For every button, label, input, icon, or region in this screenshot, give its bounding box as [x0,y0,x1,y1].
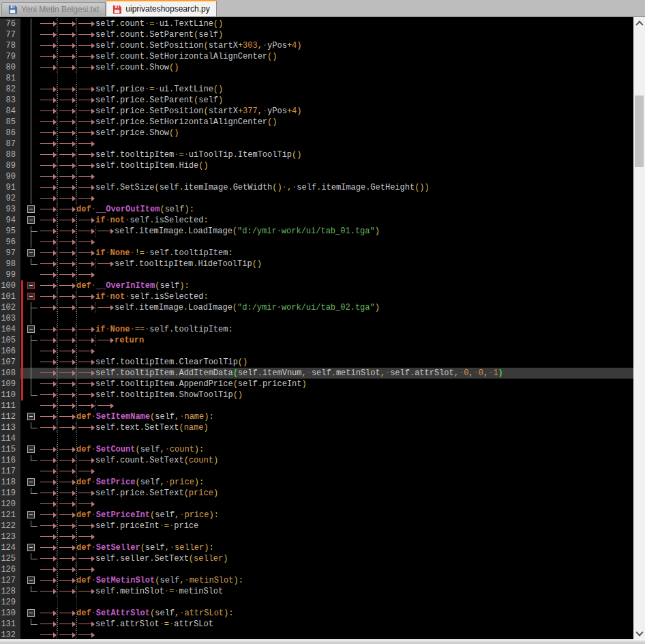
scrollbar-thumb[interactable] [635,96,644,167]
fold-margin-cell[interactable] [25,411,38,422]
code-line[interactable]: 106 [0,346,633,357]
code-line[interactable]: 87 [0,138,633,149]
code-area[interactable]: 76self.count·=·ui.TextLine()77self.count… [0,17,633,639]
code-line-text[interactable]: if·not·self.isSelected: [38,291,633,302]
scroll-down-button[interactable] [633,628,645,639]
code-line[interactable]: 110self.tooltipItem.ShowToolTip() [0,390,633,400]
code-line[interactable]: 111 [0,400,633,411]
code-line[interactable]: 102self.itemImage.LoadImage("d:/ymir·wor… [0,302,633,313]
code-line-text[interactable]: self.count·=·ui.TextLine() [38,18,633,29]
code-line[interactable]: 97if·None·!=·self.tooltipItem: [0,248,633,259]
code-line[interactable]: 118def·SetPrice(self,·price): [0,477,633,488]
code-line-text[interactable]: return [38,335,633,346]
code-line[interactable]: 76self.count·=·ui.TextLine() [0,18,633,29]
code-line-text[interactable]: self.priceInt·=·price [38,521,633,531]
code-line[interactable]: 101if·not·self.isSelected: [0,291,633,302]
code-line-text[interactable]: self.price.SetPosition(startX+377,·yPos+… [38,106,633,117]
fold-margin-cell[interactable] [25,248,38,259]
code-line-text[interactable]: self.seller.SetText(seller) [38,553,633,564]
fold-margin-cell[interactable] [25,575,38,586]
code-line[interactable]: 84self.price.SetPosition(startX+377,·yPo… [0,106,633,117]
code-line-text[interactable]: def·SetCount(self,·count): [38,444,633,455]
code-line-text[interactable]: self.itemImage.LoadImage("d:/ymir·work/u… [38,302,633,313]
code-line[interactable]: 126 [0,564,633,575]
code-line-text[interactable]: self.tooltipItem.Hide() [38,160,633,171]
code-line-text[interactable] [38,346,633,357]
code-line-text[interactable]: def·SetAttrSlot(self,·attrSLot): [38,608,633,619]
code-line[interactable]: 105return [0,335,633,346]
code-line-text[interactable]: self.tooltipItem.HideToolTip() [38,259,633,269]
code-line[interactable]: 129 [0,597,633,608]
code-line-text[interactable]: if·None·==·self.tooltipItem: [38,324,633,335]
code-line-text[interactable] [38,138,633,149]
fold-margin-cell[interactable] [25,444,38,455]
fold-margin-cell[interactable] [25,510,38,521]
code-line[interactable]: 80self.count.Show() [0,62,633,73]
code-line[interactable]: 95self.itemImage.LoadImage("d:/ymir·work… [0,226,633,237]
code-line[interactable]: 108self.tooltipItem.AddItemData(self.ite… [0,368,633,379]
code-line-text[interactable]: self.price·=·ui.TextLine() [38,84,633,95]
code-line[interactable]: 89self.tooltipItem.Hide() [0,160,633,171]
code-line-text[interactable] [38,630,633,639]
fold-collapse-box-icon[interactable] [27,293,35,300]
code-line[interactable]: 113self.text.SetText(name) [0,422,633,433]
code-line[interactable]: 115def·SetCount(self,·count): [0,444,633,455]
code-line[interactable]: 96 [0,237,633,248]
code-line-text[interactable] [38,499,633,510]
code-line-text[interactable] [38,433,633,444]
code-line-text[interactable]: self.tooltipItem.ClearToolTip() [38,357,633,368]
code-line-text[interactable] [38,269,633,280]
code-line[interactable]: 93def·__OverOutItem(self): [0,204,633,215]
code-line[interactable]: 114 [0,433,633,444]
code-line[interactable]: 78self.count.SetPosition(startX+303,·yPo… [0,40,633,51]
code-line-text[interactable]: self.count.SetHorizontalAlignCenter() [38,51,633,62]
code-line-text[interactable] [38,171,633,182]
code-line-text[interactable]: self.price.SetParent(self) [38,95,633,106]
code-line-text[interactable]: def·SetPriceInt(self,·price): [38,510,633,521]
code-line[interactable]: 112def·SetItemName(self,·name): [0,411,633,422]
code-line[interactable]: 121def·SetPriceInt(self,·price): [0,510,633,521]
fold-margin-cell[interactable] [25,204,38,215]
fold-collapse-box-icon[interactable] [27,216,35,224]
code-line-text[interactable]: self.price.SetText(price) [38,488,633,499]
code-line[interactable]: 81 [0,73,633,84]
code-line[interactable]: 98self.tooltipItem.HideToolTip() [0,259,633,269]
fold-collapse-box-icon[interactable] [27,205,35,213]
code-line[interactable]: 117 [0,466,633,477]
code-line-text[interactable]: def·SetItemName(self,·name): [38,411,633,422]
code-line[interactable]: 85self.price.SetHorizontalAlignCenter() [0,117,633,128]
code-line-text[interactable]: self.count.SetPosition(startX+303,·yPos+… [38,40,633,51]
fold-collapse-box-icon[interactable] [27,478,35,486]
fold-margin-cell[interactable] [25,324,38,335]
code-line[interactable]: 86self.price.Show() [0,128,633,138]
tab-yeni-metin-belgesi[interactable]: Yeni Metin Belgesi.txt [1,2,106,16]
code-line[interactable]: 100def·__OverInItem(self): [0,280,633,291]
code-line[interactable]: 124def·SetSeller(self,·seller): [0,542,633,553]
code-line[interactable]: 90 [0,171,633,182]
code-line-text[interactable]: self.count.SetText(count) [38,455,633,466]
code-line[interactable]: 122self.priceInt·=·price [0,521,633,531]
code-line-text[interactable] [38,597,633,608]
code-line-text[interactable] [38,73,633,84]
code-line-text[interactable]: self.text.SetText(name) [38,422,633,433]
code-line-text[interactable]: if·not·self.isSelected: [38,215,633,226]
fold-margin-cell[interactable] [25,291,38,302]
code-line-text[interactable]: def·__OverOutItem(self): [38,204,633,215]
fold-margin-cell[interactable] [25,215,38,226]
code-line[interactable]: 99 [0,269,633,280]
code-line-text[interactable]: self.tooltipItem.AppendPrice(self.priceI… [38,379,633,390]
code-line-text[interactable]: def·SetSeller(self,·seller): [38,542,633,553]
code-line[interactable]: 88self.tooltipItem·=·uiToolTip.ItemToolT… [0,149,633,160]
code-line-text[interactable] [38,466,633,477]
code-line-text[interactable] [38,531,633,542]
code-line[interactable]: 79self.count.SetHorizontalAlignCenter() [0,51,633,62]
code-editor-pane[interactable]: 76self.count·=·ui.TextLine()77self.count… [0,17,633,639]
code-line-text[interactable]: self.tooltipItem.ShowToolTip() [38,390,633,400]
fold-margin-cell[interactable] [25,280,38,291]
code-line[interactable]: 92 [0,193,633,204]
code-line[interactable]: 77self.count.SetParent(self) [0,29,633,40]
code-line-text[interactable]: def·SetMetinSlot(self,·metinSlot): [38,575,633,586]
code-line[interactable]: 103 [0,313,633,324]
tab-uiprivateshopsearch[interactable]: uiprivateshopsearch.py [106,0,216,16]
code-line-text[interactable]: self.count.Show() [38,62,633,73]
